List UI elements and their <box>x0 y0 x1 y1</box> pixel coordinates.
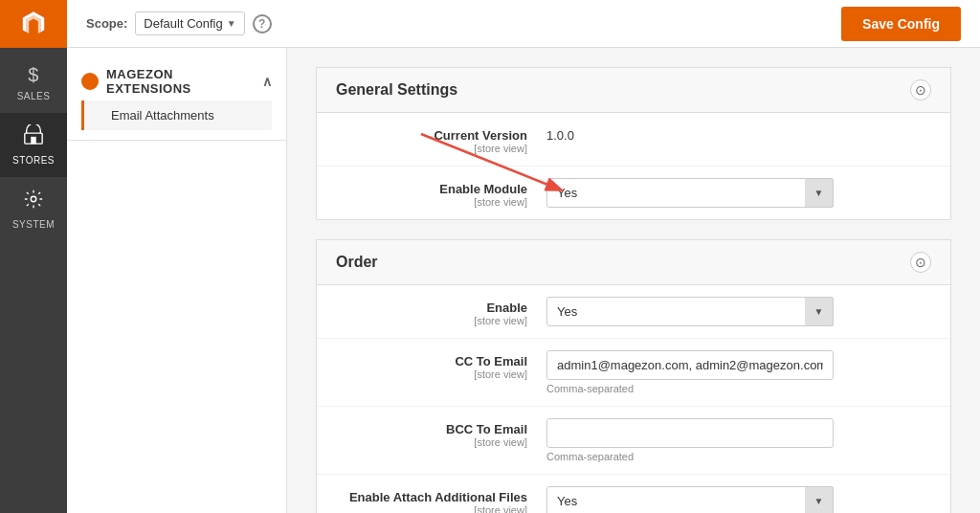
enable-attach-files-select[interactable]: Yes No <box>546 486 834 513</box>
chevron-up-icon: ∧ <box>262 74 273 89</box>
magezon-circle-icon <box>81 73 99 90</box>
enable-attach-files-label: Enable Attach Additional Files [store vi… <box>336 486 546 513</box>
sidebar-item-sales-label: SALES <box>17 91 51 101</box>
cc-to-email-input[interactable] <box>546 350 834 380</box>
enable-module-row: Enable Module [store view] Yes No ▼ <box>317 167 950 219</box>
scope-dropdown[interactable]: Default Config ▼ <box>135 11 244 35</box>
save-config-button[interactable]: Save Config <box>841 7 961 41</box>
magezon-extensions-header[interactable]: MAGEZON EXTENSIONS ∧ <box>81 67 272 96</box>
current-version-value: 1.0.0 <box>546 124 931 143</box>
sidebar-item-stores[interactable]: STORES <box>0 113 67 177</box>
enable-module-select[interactable]: Yes No <box>546 178 834 208</box>
help-icon[interactable]: ? <box>253 14 272 33</box>
right-content-inner: General Settings ⊙ Current Version [stor… <box>316 67 951 513</box>
logo <box>0 0 67 48</box>
order-section-body: Enable [store view] Yes No ▼ <box>317 285 950 513</box>
order-section-header: Order ⊙ <box>317 240 950 285</box>
cc-to-email-hint: Comma-separated <box>546 383 931 394</box>
cc-to-email-row: CC To Email [store view] Comma-separated <box>317 339 950 407</box>
scope-label: Scope: <box>86 16 127 31</box>
scope-dropdown-arrow-icon: ▼ <box>227 18 236 29</box>
order-enable-label: Enable [store view] <box>336 297 546 326</box>
sidebar-item-system[interactable]: SYSTEM <box>0 177 67 241</box>
enable-module-select-wrap: Yes No ▼ <box>546 178 834 208</box>
email-attachments-nav-label: Email Attachments <box>111 108 214 123</box>
main-content: Scope: Default Config ▼ ? Save Config MA… <box>67 0 980 513</box>
bcc-to-email-label: BCC To Email [store view] <box>336 418 546 448</box>
sidebar: $ SALES STORES SYSTEM <box>0 0 67 513</box>
general-settings-collapse-button[interactable]: ⊙ <box>910 79 931 100</box>
bcc-to-email-hint: Comma-separated <box>546 451 931 462</box>
help-question-mark: ? <box>258 17 265 31</box>
enable-attach-files-value: Yes No ▼ <box>546 486 931 513</box>
current-version-label: Current Version [store view] <box>336 124 546 154</box>
stores-icon <box>23 124 44 150</box>
bcc-to-email-value: Comma-separated <box>546 418 931 462</box>
enable-module-value: Yes No ▼ <box>546 178 931 208</box>
sidebar-item-stores-label: STORES <box>12 155 55 166</box>
magento-logo-icon <box>18 9 49 39</box>
sales-icon: $ <box>28 64 39 86</box>
content-area: MAGEZON EXTENSIONS ∧ Email Attachments <box>67 48 980 513</box>
current-version-row: Current Version [store view] 1.0.0 <box>317 113 950 167</box>
general-settings-body: Current Version [store view] 1.0.0 Enabl… <box>317 113 950 219</box>
left-panel: MAGEZON EXTENSIONS ∧ Email Attachments <box>67 48 287 513</box>
order-section-title: Order <box>336 254 378 271</box>
order-enable-row: Enable [store view] Yes No ▼ <box>317 285 950 339</box>
svg-rect-1 <box>31 137 36 144</box>
cc-to-email-value: Comma-separated <box>546 350 931 394</box>
sidebar-item-sales[interactable]: $ SALES <box>0 53 67 113</box>
scope-value: Default Config <box>144 16 222 31</box>
general-settings-section: General Settings ⊙ Current Version [stor… <box>316 67 951 220</box>
system-icon <box>23 189 44 214</box>
svg-point-2 <box>31 196 36 202</box>
sidebar-item-system-label: SYSTEM <box>12 219 55 230</box>
enable-module-label: Enable Module [store view] <box>336 178 546 208</box>
general-settings-title: General Settings <box>336 81 457 99</box>
order-section-collapse-button[interactable]: ⊙ <box>910 252 931 273</box>
cc-to-email-label: CC To Email [store view] <box>336 350 546 380</box>
enable-attach-files-select-wrap: Yes No ▼ <box>546 486 834 513</box>
topbar: Scope: Default Config ▼ ? Save Config <box>67 0 980 48</box>
order-enable-select-wrap: Yes No ▼ <box>546 297 834 326</box>
email-attachments-nav-item[interactable]: Email Attachments <box>81 100 272 130</box>
magezon-extensions-label: MAGEZON EXTENSIONS <box>106 67 262 96</box>
order-enable-select[interactable]: Yes No <box>546 297 834 326</box>
general-settings-header: General Settings ⊙ <box>317 68 950 113</box>
right-content: General Settings ⊙ Current Version [stor… <box>287 48 980 513</box>
order-section: Order ⊙ Enable [store view] <box>316 239 951 513</box>
topbar-left: Scope: Default Config ▼ ? <box>86 11 272 35</box>
bcc-to-email-row: BCC To Email [store view] Comma-separate… <box>317 407 950 475</box>
bcc-to-email-input[interactable] <box>546 418 834 448</box>
order-enable-value: Yes No ▼ <box>546 297 931 326</box>
enable-attach-files-row: Enable Attach Additional Files [store vi… <box>317 475 950 513</box>
magezon-extensions-section: MAGEZON EXTENSIONS ∧ Email Attachments <box>67 57 286 141</box>
